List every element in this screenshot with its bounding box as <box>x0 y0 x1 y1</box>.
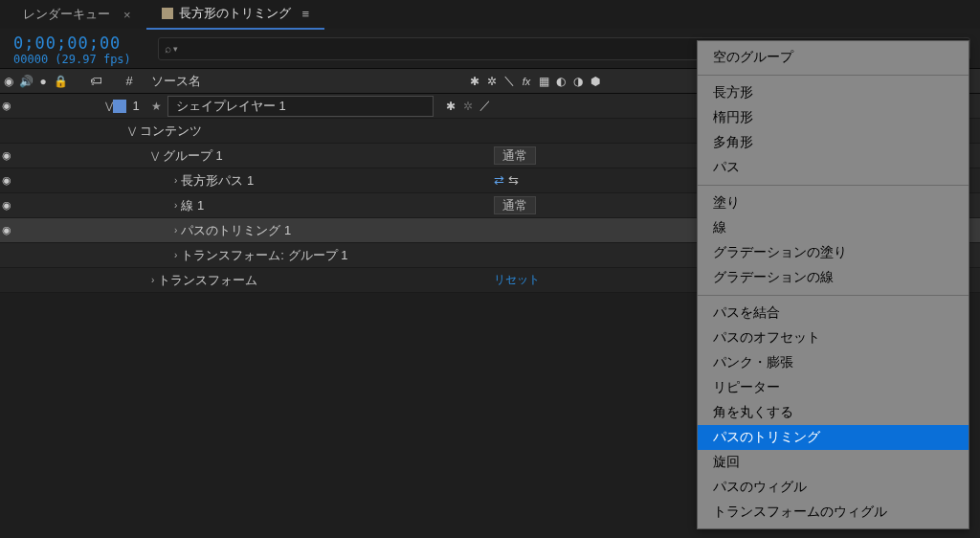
twirl-right-icon[interactable]: › <box>174 250 177 260</box>
menu-item-round-corners[interactable]: 角を丸くする <box>698 400 969 425</box>
panel-menu-icon[interactable]: ≡ <box>302 7 310 21</box>
menu-item-ellipse[interactable]: 楕円形 <box>698 105 969 130</box>
menu-item-offset-paths[interactable]: パスのオフセット <box>698 325 969 350</box>
comp-tabs: レンダーキュー × 長方形のトリミング ≡ <box>0 0 980 29</box>
menu-item-wiggle-paths[interactable]: パスのウィグル <box>698 475 969 500</box>
quality-icon[interactable]: ＼ <box>501 73 517 89</box>
visibility-icon[interactable]: ◉ <box>2 75 15 88</box>
contents-label: コンテンツ <box>140 123 202 140</box>
search-icon: ⌕ <box>165 42 171 56</box>
rect-path-label: 長方形パス 1 <box>181 172 254 190</box>
path-direction-icon[interactable]: ⇆ <box>508 173 519 188</box>
menu-item-fill[interactable]: 塗り <box>698 191 969 215</box>
visibility-toggle[interactable]: ◉ <box>2 100 15 112</box>
menu-item-trim-paths[interactable]: パスのトリミング <box>698 425 969 450</box>
menu-item-rectangle[interactable]: 長方形 <box>698 80 969 105</box>
add-context-menu: 空のグループ 長方形 楕円形 多角形 パス 塗り 線 グラデーションの塗り グラ… <box>697 40 969 529</box>
quality-switch[interactable]: ／ <box>478 98 493 114</box>
collapse-switch[interactable]: ✲ <box>460 100 476 113</box>
group-label: グループ 1 <box>163 147 223 165</box>
menu-item-polygon[interactable]: 多角形 <box>698 130 969 155</box>
switches-columns: ✱ ✲ ＼ fx ▦ ◐ ◑ ⬢ <box>463 73 624 89</box>
tab-active-comp[interactable]: 長方形のトリミング ≡ <box>146 0 325 30</box>
label-icon[interactable]: 🏷 <box>90 74 113 88</box>
blend-mode[interactable]: 通常 <box>494 196 536 214</box>
twirl-down-icon[interactable]: ⋁ <box>151 150 159 161</box>
timecode-value: 0;00;00;00 <box>13 34 158 53</box>
menu-separator <box>698 185 969 186</box>
tab-label: レンダーキュー <box>23 6 110 23</box>
twirl-right-icon[interactable]: › <box>174 200 177 211</box>
fx-icon[interactable]: fx <box>519 76 534 87</box>
menu-item-wiggle-transform[interactable]: トランスフォームのウィグル <box>698 500 969 525</box>
comp-icon <box>162 8 173 19</box>
index-column: # <box>113 74 145 88</box>
lock-icon[interactable]: 🔒 <box>54 75 67 88</box>
tab-render-queue[interactable]: レンダーキュー × <box>8 0 146 29</box>
audio-icon[interactable]: 🔊 <box>19 75 33 88</box>
menu-item-repeater[interactable]: リピーター <box>698 375 969 400</box>
menu-item-stroke[interactable]: 線 <box>698 215 969 240</box>
shy-switch[interactable]: ✱ <box>443 100 458 113</box>
visibility-toggle[interactable]: ◉ <box>2 174 15 187</box>
menu-item-gradient-fill[interactable]: グラデーションの塗り <box>698 240 969 265</box>
menu-item-path[interactable]: パス <box>698 155 969 180</box>
solo-icon[interactable]: ● <box>36 75 50 88</box>
path-direction-icon[interactable]: ⇄ <box>494 173 504 188</box>
adjustment-icon[interactable]: ◑ <box>570 75 586 88</box>
timecode-box[interactable]: 0;00;00;00 00000 (29.97 fps) <box>0 32 158 66</box>
frame-blend-icon[interactable]: ▦ <box>536 75 551 88</box>
source-name-column[interactable]: ソース名 <box>145 73 463 90</box>
twirl-right-icon[interactable]: › <box>151 275 154 285</box>
menu-item-empty-group[interactable]: 空のグループ <box>698 45 969 70</box>
collapse-icon[interactable]: ✲ <box>484 75 500 88</box>
layer-index: 1 <box>126 99 145 113</box>
menu-separator <box>698 75 969 76</box>
twirl-right-icon[interactable]: › <box>174 225 177 235</box>
twirl-right-icon[interactable]: › <box>174 175 177 186</box>
tab-label: 長方形のトリミング <box>179 5 291 22</box>
trim-label: パスのトリミング 1 <box>181 222 291 239</box>
menu-item-twist[interactable]: 旋回 <box>698 450 969 475</box>
reset-link[interactable]: リセット <box>494 273 540 286</box>
transform-label: トランスフォーム <box>158 272 257 289</box>
av-feature-columns: ◉ 🔊 ● 🔒 <box>0 75 90 88</box>
blend-mode[interactable]: 通常 <box>494 146 536 165</box>
twirl-down-icon[interactable]: ⋁ <box>105 101 113 111</box>
visibility-toggle[interactable]: ◉ <box>2 149 15 162</box>
motion-blur-icon[interactable]: ◐ <box>553 75 568 88</box>
label-color[interactable] <box>113 100 126 113</box>
twirl-down-icon[interactable]: ⋁ <box>128 125 136 136</box>
3d-icon[interactable]: ⬢ <box>588 75 603 88</box>
close-icon[interactable]: × <box>123 8 131 22</box>
menu-separator <box>698 295 969 296</box>
menu-item-merge-paths[interactable]: パスを結合 <box>698 301 969 325</box>
menu-item-pucker-bloat[interactable]: パンク・膨張 <box>698 350 969 375</box>
search-dropdown-icon[interactable]: ▾ <box>173 44 178 54</box>
transform-group-label: トランスフォーム: グループ 1 <box>181 247 347 264</box>
stroke-label: 線 1 <box>181 197 204 214</box>
menu-item-gradient-stroke[interactable]: グラデーションの線 <box>698 265 969 290</box>
shy-icon[interactable]: ✱ <box>467 75 482 88</box>
shape-layer-icon: ★ <box>151 100 162 113</box>
visibility-toggle[interactable]: ◉ <box>2 224 15 236</box>
timecode-frames: 00000 (29.97 fps) <box>13 53 158 66</box>
visibility-toggle[interactable]: ◉ <box>2 199 15 212</box>
layer-name[interactable]: シェイプレイヤー 1 <box>167 96 434 117</box>
